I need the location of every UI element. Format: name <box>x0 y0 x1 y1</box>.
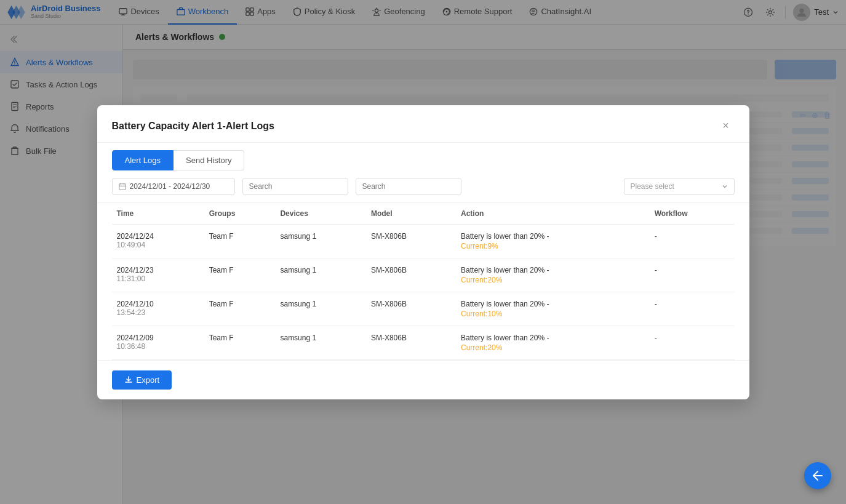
cell-date: 2024/12/10 13:54:23 <box>112 292 204 326</box>
cell-workflow: - <box>650 292 735 326</box>
cell-model: SM-X806B <box>366 292 456 326</box>
cell-workflow: - <box>650 224 735 258</box>
modal-overlay[interactable]: Battery Capacity Alert 1-Alert Logs × Al… <box>0 0 846 504</box>
modal-close-button[interactable]: × <box>717 118 735 135</box>
table-row: 2024/12/24 10:49:04 Team F samsung 1 SM-… <box>112 224 735 258</box>
table-row: 2024/12/10 13:54:23 Team F samsung 1 SM-… <box>112 292 735 326</box>
cell-devices: samsung 1 <box>275 224 365 258</box>
modal-footer: Export <box>97 360 749 399</box>
col-time: Time <box>112 203 204 225</box>
cell-date: 2024/12/24 10:49:04 <box>112 224 204 258</box>
cell-model: SM-X806B <box>366 224 456 258</box>
cell-action: Battery is lower than 20% - Current:20% <box>456 258 650 292</box>
fab-button[interactable] <box>804 462 831 489</box>
cell-model: SM-X806B <box>366 326 456 359</box>
cell-groups: Team F <box>204 224 276 258</box>
tab-alert-logs[interactable]: Alert Logs <box>112 150 174 170</box>
col-model: Model <box>366 203 456 225</box>
table-row: 2024/12/09 10:36:48 Team F samsung 1 SM-… <box>112 326 735 359</box>
svg-rect-20 <box>119 183 125 189</box>
workflow-select[interactable]: Please select <box>624 178 735 195</box>
calendar-icon <box>119 183 126 190</box>
col-devices: Devices <box>275 203 365 225</box>
cell-devices: samsung 1 <box>275 326 365 359</box>
modal-body: Time Groups Devices Model Action Workflo… <box>97 203 749 360</box>
col-groups: Groups <box>204 203 276 225</box>
workflow-placeholder: Please select <box>631 182 674 191</box>
alert-logs-table: Time Groups Devices Model Action Workflo… <box>112 203 735 360</box>
cell-groups: Team F <box>204 326 276 359</box>
cell-model: SM-X806B <box>366 258 456 292</box>
cell-date: 2024/12/09 10:36:48 <box>112 326 204 359</box>
cell-groups: Team F <box>204 258 276 292</box>
date-range-filter[interactable]: 2024/12/01 - 2024/12/30 <box>112 178 235 195</box>
cell-action: Battery is lower than 20% - Current:10% <box>456 292 650 326</box>
cell-workflow: - <box>650 326 735 359</box>
modal-filters: 2024/12/01 - 2024/12/30 Please select <box>97 170 749 203</box>
cell-action: Battery is lower than 20% - Current:20% <box>456 326 650 359</box>
fab-icon <box>812 470 824 482</box>
modal-tabs: Alert Logs Send History <box>97 143 749 170</box>
groups-search-input[interactable] <box>242 178 348 195</box>
chevron-down-icon <box>722 183 728 190</box>
cell-workflow: - <box>650 258 735 292</box>
table-row: 2024/12/23 11:31:00 Team F samsung 1 SM-… <box>112 258 735 292</box>
alert-logs-modal: Battery Capacity Alert 1-Alert Logs × Al… <box>97 105 749 399</box>
cell-groups: Team F <box>204 292 276 326</box>
modal-header: Battery Capacity Alert 1-Alert Logs × <box>97 105 749 143</box>
download-icon <box>124 375 133 384</box>
modal-title: Battery Capacity Alert 1-Alert Logs <box>112 121 274 132</box>
col-workflow: Workflow <box>650 203 735 225</box>
devices-search-input[interactable] <box>356 178 461 195</box>
cell-devices: samsung 1 <box>275 292 365 326</box>
cell-devices: samsung 1 <box>275 258 365 292</box>
table-body: 2024/12/24 10:49:04 Team F samsung 1 SM-… <box>112 224 735 359</box>
tab-send-history[interactable]: Send History <box>174 150 244 170</box>
table-header: Time Groups Devices Model Action Workflo… <box>112 203 735 225</box>
cell-date: 2024/12/23 11:31:00 <box>112 258 204 292</box>
cell-action: Battery is lower than 20% - Current:9% <box>456 224 650 258</box>
date-range-value: 2024/12/01 - 2024/12/30 <box>130 182 210 191</box>
export-label: Export <box>137 375 160 385</box>
export-button[interactable]: Export <box>112 370 172 390</box>
col-action: Action <box>456 203 650 225</box>
